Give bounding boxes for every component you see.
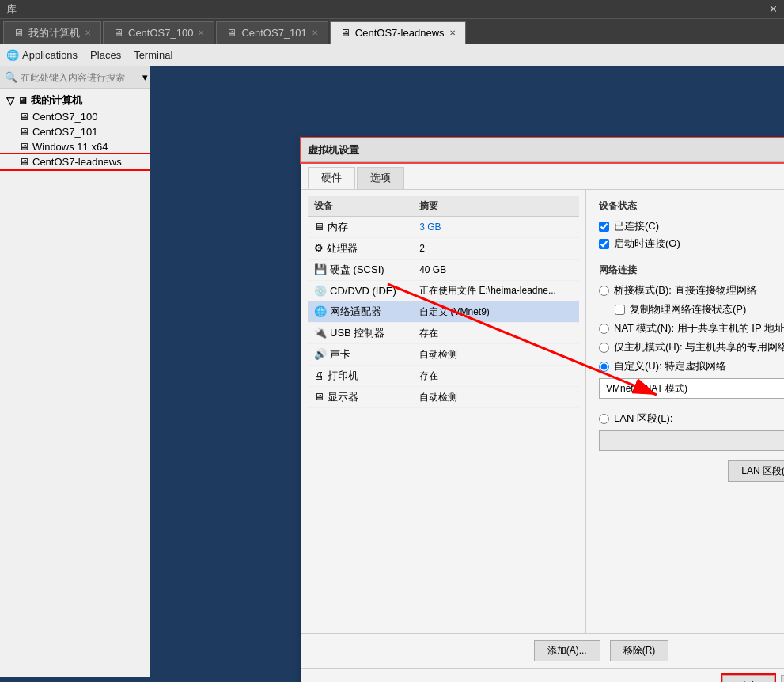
table-row[interactable]: 🖥内存3 GB xyxy=(308,217,579,238)
search-icon: 🔍 xyxy=(5,71,17,83)
radio-host-only-row: 仅主机模式(H): 与主机共享的专用网络 xyxy=(599,340,784,354)
sidebar-item-windows11[interactable]: 🖥 Windows 11 x64 xyxy=(0,139,150,154)
menu-places[interactable]: Places xyxy=(90,49,121,61)
radio-nat-label: NAT 模式(N): 用于共享主机的 IP 地址 xyxy=(614,321,784,335)
lan-input[interactable] xyxy=(599,430,784,451)
dialog-title-bar: 虚拟机设置 ✕ xyxy=(301,138,784,162)
table-row[interactable]: 🔊声卡自动检测 xyxy=(308,344,579,366)
lan-segments-button[interactable]: LAN 区段(S)... xyxy=(728,460,784,482)
menu-terminal[interactable]: Terminal xyxy=(134,49,172,61)
device-summary: 2 xyxy=(413,238,579,260)
tab-close-1[interactable]: ✕ xyxy=(198,28,204,37)
applications-icon: 🌐 xyxy=(6,49,19,61)
radio-host-only[interactable] xyxy=(599,343,609,353)
connect-on-boot-row: 启动时连接(O) xyxy=(599,237,784,251)
device-status-section: 设备状态 已连接(C) 启动时连接(O) xyxy=(599,199,784,251)
device-icon: 🔌 xyxy=(314,327,327,339)
computer-icon: 🖥 xyxy=(17,95,28,107)
tab-centos7-101[interactable]: 🖥 CentOS7_101 ✕ xyxy=(216,21,328,44)
sidebar-item-centos7-101[interactable]: 🖥 CentOS7_101 xyxy=(0,124,150,139)
dialog-body: 设备 摘要 🖥内存3 GB⚙处理器2💾硬盘 (SCSI)40 GB💿CD/DVD… xyxy=(301,190,784,633)
device-summary: 3 GB xyxy=(413,217,579,238)
vm-icon-3: 🖥 xyxy=(19,156,29,168)
remove-device-button[interactable]: 移除(R) xyxy=(610,640,669,661)
table-row[interactable]: 🖨打印机存在 xyxy=(308,366,579,387)
vm-workspace: 虚拟机设置 ✕ 硬件 选项 设备 xyxy=(150,66,784,677)
table-row[interactable]: 🔌USB 控制器存在 xyxy=(308,323,579,344)
search-input[interactable] xyxy=(21,72,139,83)
device-name: 网络适配器 xyxy=(330,305,381,317)
table-row[interactable]: 🖥显示器自动检测 xyxy=(308,387,579,408)
sidebar-tree: ▽ 🖥 我的计算机 🖥 CentOS7_100 🖥 CentOS7_101 🖥 … xyxy=(0,89,150,677)
radio-nat-row: NAT 模式(N): 用于共享主机的 IP 地址 xyxy=(599,321,784,335)
table-row[interactable]: 🌐网络适配器自定义 (VMnet9) xyxy=(308,301,579,323)
library-label: 库 xyxy=(6,2,17,17)
tab-my-computer[interactable]: 🖥 我的计算机 ✕ xyxy=(3,21,101,44)
device-list: 设备 摘要 🖥内存3 GB⚙处理器2💾硬盘 (SCSI)40 GB💿CD/DVD… xyxy=(301,190,586,633)
vm-icon-0: 🖥 xyxy=(19,111,29,123)
table-row[interactable]: 💾硬盘 (SCSI)40 GB xyxy=(308,260,579,281)
custom-network-dropdown[interactable]: VMnet8 (NAT 模式) VMnet9 xyxy=(599,378,784,399)
table-row[interactable]: ⚙处理器2 xyxy=(308,238,579,260)
network-connection-section: 网络连接 桥接模式(B): 直接连接物理网络 复制物理网络连接状态(P) NAT… xyxy=(599,263,784,482)
sidebar-item-centos7-100[interactable]: 🖥 CentOS7_100 xyxy=(0,109,150,124)
radio-bridge-row: 桥接模式(B): 直接连接物理网络 xyxy=(599,283,784,297)
device-icon: 💿 xyxy=(314,285,327,297)
tab-close-3[interactable]: ✕ xyxy=(449,28,456,37)
computer-tab-icon: 🖥 xyxy=(13,27,24,39)
device-summary: 存在 xyxy=(413,366,579,387)
device-table: 设备 摘要 🖥内存3 GB⚙处理器2💾硬盘 (SCSI)40 GB💿CD/DVD… xyxy=(308,196,579,408)
library-close[interactable]: ✕ xyxy=(769,3,778,15)
lan-buttons-row: LAN 区段(S)... 高级(V)... xyxy=(599,460,784,482)
connect-on-boot-label: 启动时连接(O) xyxy=(614,237,680,251)
radio-bridge-label: 桥接模式(B): 直接连接物理网络 xyxy=(614,283,757,297)
connect-on-boot-checkbox[interactable] xyxy=(599,239,609,249)
sidebar: 🔍 ▾ ▽ 🖥 我的计算机 🖥 CentOS7_100 🖥 CentOS7_10… xyxy=(0,66,150,677)
device-name: 处理器 xyxy=(327,242,358,254)
tab-bar: 🖥 我的计算机 ✕ 🖥 CentOS7_100 ✕ 🖥 CentOS7_101 … xyxy=(0,19,784,44)
device-icon: 💾 xyxy=(314,263,327,275)
cancel-button[interactable]: 取消 xyxy=(781,675,784,682)
radio-lan[interactable] xyxy=(599,414,609,424)
col-summary: 摘要 xyxy=(413,196,579,217)
vm-icon-1: 🖥 xyxy=(19,126,29,138)
radio-bridge[interactable] xyxy=(599,286,609,296)
radio-custom[interactable] xyxy=(599,362,609,372)
device-footer: 添加(A)... 移除(R) xyxy=(301,633,784,668)
device-icon: 🖨 xyxy=(314,369,324,381)
tab-hardware[interactable]: 硬件 xyxy=(308,167,355,189)
sidebar-search-bar: 🔍 ▾ xyxy=(0,66,150,89)
radio-lan-row: LAN 区段(L): xyxy=(599,411,784,426)
radio-custom-row: 自定义(U): 特定虚拟网络 xyxy=(599,359,784,373)
radio-nat[interactable] xyxy=(599,324,609,334)
device-summary: 自定义 (VMnet9) xyxy=(413,301,579,323)
tab-close-2[interactable]: ✕ xyxy=(312,28,318,37)
sidebar-item-my-computer[interactable]: ▽ 🖥 我的计算机 xyxy=(0,92,150,109)
device-summary: 存在 xyxy=(413,323,579,344)
custom-dropdown-row: VMnet8 (NAT 模式) VMnet9 xyxy=(599,378,784,405)
ok-button[interactable]: 确定 xyxy=(722,675,775,682)
table-row[interactable]: 💿CD/DVD (IDE)正在使用文件 E:\heima-leadne... xyxy=(308,281,579,301)
vm-tab-icon-2: 🖥 xyxy=(340,27,350,39)
device-name: 硬盘 (SCSI) xyxy=(330,263,384,275)
vm-tab-icon-1: 🖥 xyxy=(226,27,237,39)
device-icon: 🔊 xyxy=(314,348,327,360)
sidebar-item-centos7-leadnews[interactable]: 🖥 CentOS7-leadnews xyxy=(0,154,150,169)
device-name: 显示器 xyxy=(328,391,358,403)
tab-centos7-100[interactable]: 🖥 CentOS7_100 ✕ xyxy=(103,21,214,44)
menu-applications[interactable]: 🌐 Applications xyxy=(6,49,78,61)
device-summary: 正在使用文件 E:\heima-leadne... xyxy=(413,281,579,301)
device-status-title: 设备状态 xyxy=(599,199,784,213)
tab-close-0[interactable]: ✕ xyxy=(85,28,91,37)
main-area: 🔍 ▾ ▽ 🖥 我的计算机 🖥 CentOS7_100 🖥 CentOS7_10… xyxy=(0,66,784,677)
device-name: USB 控制器 xyxy=(330,327,384,339)
add-device-button[interactable]: 添加(A)... xyxy=(534,640,600,661)
search-dropdown-icon[interactable]: ▾ xyxy=(142,71,148,83)
tab-options[interactable]: 选项 xyxy=(357,167,404,189)
device-summary: 40 GB xyxy=(413,260,579,281)
menu-bar: 🌐 Applications Places Terminal xyxy=(0,44,784,66)
device-name: 打印机 xyxy=(328,369,358,381)
checkbox-copy-net[interactable] xyxy=(615,305,625,315)
tab-centos7-leadnews[interactable]: 🖥 CentOS7-leadnews ✕ xyxy=(330,21,466,44)
connected-checkbox[interactable] xyxy=(599,222,609,232)
